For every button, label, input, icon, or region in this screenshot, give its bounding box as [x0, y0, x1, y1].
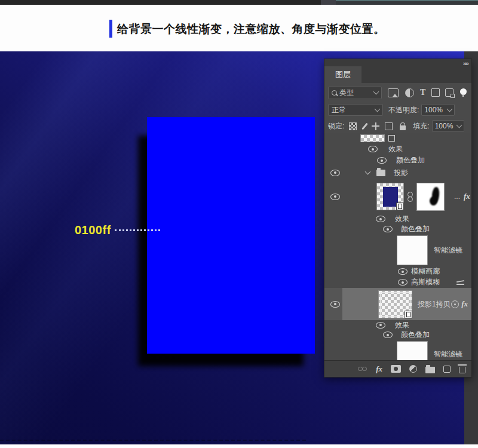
filter-label: 高斯模糊 — [411, 277, 440, 287]
effects-row[interactable]: 效果 — [324, 143, 471, 155]
filter-pixel-layers-icon[interactable] — [388, 88, 399, 97]
lock-artboard-icon[interactable] — [385, 122, 393, 130]
visibility-eye-icon[interactable] — [330, 194, 340, 200]
group-row-shadow[interactable]: 投影 — [324, 166, 471, 179]
chevron-down-icon — [375, 106, 381, 112]
visibility-eye-icon[interactable] — [330, 170, 340, 176]
effect-label: 颜色叠加 — [401, 330, 430, 340]
fill-label: 填充: — [413, 121, 429, 131]
effect-color-overlay-row[interactable]: 颜色叠加 — [324, 155, 471, 166]
accent-bar — [109, 20, 112, 38]
effects-label: 效果 — [388, 144, 403, 154]
effects-label: 效果 — [395, 214, 409, 224]
artboard-rectangle[interactable] — [147, 117, 315, 354]
blend-mode-select[interactable]: 正常 — [328, 104, 383, 116]
lock-row: 锁定: 填充: 100% — [328, 120, 469, 132]
new-layer-icon[interactable] — [443, 366, 451, 373]
panel-tab-bar: 图层 »» — [324, 59, 471, 83]
lock-transparency-icon[interactable] — [349, 122, 357, 130]
chevron-down-icon — [447, 106, 453, 112]
visibility-eye-icon[interactable] — [398, 268, 407, 275]
layer-filter-row: 类型 — [328, 86, 469, 99]
layer-row-clipped[interactable] — [324, 133, 471, 143]
layer-thumbnail[interactable] — [378, 290, 412, 318]
opacity-value: 100% — [424, 106, 443, 114]
lock-position-icon[interactable] — [372, 122, 379, 130]
filter-label: 模糊画廊 — [411, 266, 440, 277]
filter-blur-gallery-row[interactable]: 模糊画廊 — [324, 266, 471, 277]
layer-list: 效果 颜色叠加 投影 ... 效果 — [324, 133, 471, 360]
dotted-leader-line — [115, 229, 160, 231]
smart-filters-row[interactable]: 智能滤镜 — [324, 340, 471, 360]
visibility-eye-icon[interactable] — [377, 157, 387, 164]
layers-panel: 图层 »» 类型 正常 不透明度: 100% 锁定: 填充: — [324, 59, 472, 378]
opacity-input[interactable]: 100% — [421, 104, 455, 116]
filter-blend-options-icon[interactable] — [456, 280, 464, 285]
smart-object-badge-icon — [396, 202, 404, 210]
effects-label: 效果 — [395, 320, 409, 330]
effects-row[interactable]: 效果 — [324, 320, 471, 330]
smart-filters-label: 智能滤镜 — [434, 246, 462, 256]
filter-type-layers-icon[interactable] — [420, 88, 425, 97]
smart-filter-mask-thumbnail[interactable] — [397, 235, 428, 265]
filter-toggle-pin-icon[interactable] — [460, 88, 467, 95]
collapse-panel-icon[interactable]: »» — [463, 60, 468, 67]
smart-object-layer-row[interactable]: ... — [324, 179, 471, 214]
selected-layer-row[interactable]: 投影1拷贝 — [324, 288, 471, 320]
window-top-bar — [0, 0, 478, 5]
top-bar-segment — [336, 0, 478, 5]
blend-mode-value: 正常 — [332, 105, 346, 115]
layer-name: ... — [454, 192, 460, 201]
top-bar-segment — [321, 0, 336, 5]
effects-row[interactable]: 效果 — [324, 214, 471, 224]
filter-gaussian-blur-row[interactable]: 高斯模糊 — [324, 277, 471, 288]
smart-object-badge-icon — [405, 311, 412, 318]
link-layers-icon[interactable] — [358, 367, 367, 372]
fill-value: 100% — [435, 122, 454, 130]
layer-glyph-icon — [388, 135, 395, 142]
tutorial-title: 给背景一个线性渐变，注意缩放、角度与渐变位置。 — [117, 22, 385, 37]
visibility-eye-icon[interactable] — [376, 322, 385, 329]
smart-filters-label: 智能滤镜 — [434, 349, 462, 360]
group-name: 投影 — [394, 168, 408, 178]
layer-mask-thumbnail[interactable] — [416, 183, 445, 211]
add-layer-mask-icon[interactable] — [391, 365, 401, 373]
mask-link-icon[interactable] — [407, 192, 412, 201]
group-expand-chevron-icon[interactable] — [365, 169, 371, 175]
visibility-eye-icon[interactable] — [368, 146, 378, 152]
tutorial-header: 给背景一个线性渐变，注意缩放、角度与渐变位置。 — [0, 5, 478, 51]
visibility-eye-icon[interactable] — [398, 279, 407, 286]
effect-label: 颜色叠加 — [396, 155, 425, 165]
filter-shape-layers-icon[interactable] — [431, 88, 440, 97]
filter-adjustment-layers-icon[interactable] — [405, 88, 414, 97]
visibility-eye-icon[interactable] — [383, 226, 393, 232]
lock-all-icon[interactable] — [400, 125, 406, 130]
new-group-icon[interactable] — [425, 367, 435, 373]
fx-indicator-icon — [461, 299, 468, 309]
effect-color-overlay-row[interactable]: 颜色叠加 — [324, 224, 471, 234]
opacity-label: 不透明度: — [388, 105, 419, 115]
filter-type-dropdown[interactable]: 类型 — [328, 87, 382, 99]
layer-thumbnail[interactable] — [360, 134, 385, 142]
filter-type-label: 类型 — [339, 88, 372, 98]
lock-paint-icon[interactable] — [362, 122, 369, 130]
filter-smart-objects-icon[interactable] — [445, 88, 454, 97]
add-adjustment-layer-icon[interactable] — [409, 365, 417, 373]
tab-layers[interactable]: 图层 — [324, 66, 361, 83]
fx-indicator-icon — [464, 192, 470, 201]
delete-layer-icon[interactable] — [459, 367, 465, 373]
effect-color-overlay-row[interactable]: 颜色叠加 — [324, 330, 471, 340]
visibility-eye-icon[interactable] — [376, 216, 385, 222]
add-layer-style-icon[interactable] — [376, 364, 382, 374]
layer-thumbnail[interactable] — [376, 183, 404, 210]
chevron-down-icon — [456, 122, 462, 128]
smart-filter-indicator-icon — [451, 300, 459, 308]
blend-mode-row: 正常 不透明度: 100% — [328, 103, 469, 116]
layer-name: 投影1拷贝 — [418, 299, 451, 309]
smart-filters-row[interactable]: 智能滤镜 — [324, 234, 471, 266]
layers-panel-toolbar — [324, 360, 471, 377]
visibility-eye-icon[interactable] — [330, 301, 340, 308]
smart-filter-mask-thumbnail[interactable] — [397, 341, 428, 360]
fill-input[interactable]: 100% — [432, 120, 464, 132]
visibility-eye-icon[interactable] — [383, 332, 393, 338]
